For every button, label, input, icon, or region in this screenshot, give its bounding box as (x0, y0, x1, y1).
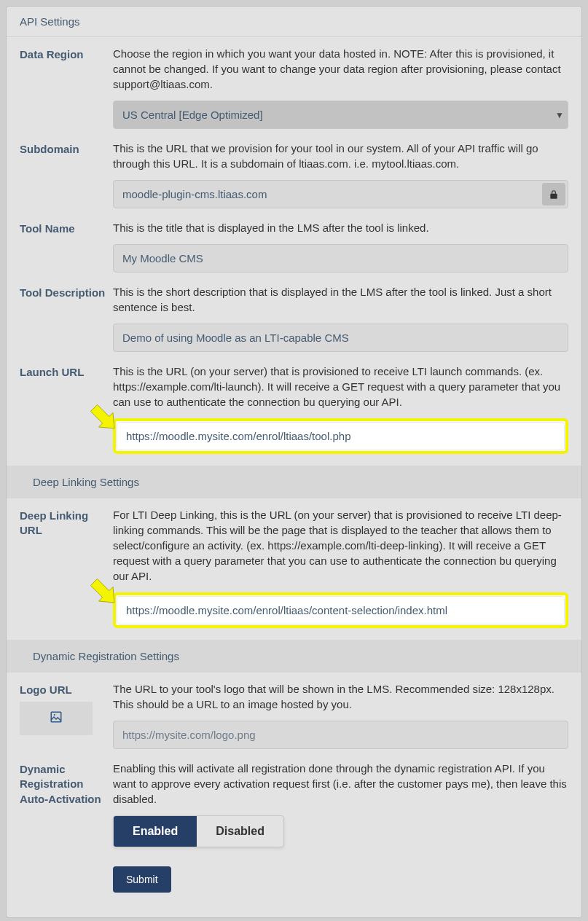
row-deep-linking-url: Deep Linking URL For LTI Deep Linking, t… (20, 507, 568, 628)
section-dynamic-registration: Dynamic Registration Settings (7, 640, 581, 673)
desc-data-region: Choose the region in which you want your… (113, 46, 568, 92)
row-launch-url: Launch URL This is the URL (on your serv… (20, 364, 568, 454)
enabled-button[interactable]: Enabled (114, 816, 197, 847)
disabled-button[interactable]: Disabled (197, 816, 283, 847)
label-subdomain: Subdomain (20, 141, 113, 157)
subdomain-input (113, 180, 568, 208)
label-tool-name: Tool Name (20, 220, 113, 236)
label-logo-url: Logo URL (20, 683, 72, 696)
desc-deep-linking-url: For LTI Deep Linking, this is the URL (o… (113, 507, 568, 584)
row-auto-activation: Dynamic Registration Auto-Activation Ena… (20, 761, 568, 893)
label-data-region: Data Region (20, 46, 113, 62)
row-data-region: Data Region Choose the region in which y… (20, 46, 568, 129)
auto-activation-toggle: Enabled Disabled (113, 815, 284, 847)
launch-url-input[interactable] (117, 422, 565, 450)
lock-icon (542, 183, 565, 205)
tool-name-input[interactable] (113, 244, 568, 273)
data-region-select[interactable]: US Central [Edge Optimized] (113, 101, 568, 129)
label-tool-description: Tool Description (20, 284, 113, 300)
logo-placeholder (20, 702, 93, 735)
image-icon (50, 710, 63, 727)
section-deep-linking: Deep Linking Settings (7, 466, 581, 498)
svg-point-3 (54, 714, 55, 716)
api-settings-panel: API Settings Data Region Choose the regi… (6, 6, 582, 918)
label-deep-linking-url: Deep Linking URL (20, 507, 113, 538)
desc-tool-description: This is the short description that is di… (113, 284, 568, 315)
label-auto-activation: Dynamic Registration Auto-Activation (20, 761, 113, 807)
row-subdomain: Subdomain This is the URL that we provis… (20, 141, 568, 208)
label-launch-url: Launch URL (20, 364, 113, 380)
desc-launch-url: This is the URL (on your server) that is… (113, 364, 568, 409)
desc-auto-activation: Enabling this will activate all registra… (113, 761, 568, 807)
desc-logo-url: The URL to your tool's logo that will be… (113, 681, 568, 712)
submit-button[interactable]: Submit (113, 866, 171, 893)
desc-tool-name: This is the title that is displayed in t… (113, 220, 568, 235)
row-tool-description: Tool Description This is the short descr… (20, 284, 568, 352)
panel-title: API Settings (7, 7, 581, 37)
desc-subdomain: This is the URL that we provision for yo… (113, 141, 568, 171)
logo-url-input[interactable] (113, 721, 568, 749)
deep-linking-url-input[interactable] (117, 596, 565, 624)
row-tool-name: Tool Name This is the title that is disp… (20, 220, 568, 273)
svg-rect-2 (51, 712, 61, 722)
tool-description-input[interactable] (113, 324, 568, 352)
row-logo-url: Logo URL The URL to your tool's logo tha… (20, 681, 568, 749)
